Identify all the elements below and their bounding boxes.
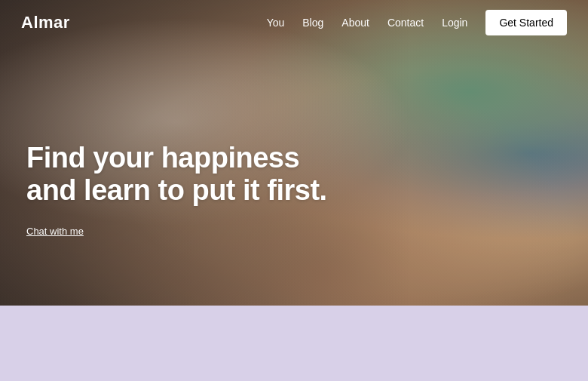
hero-headline-line2: and learn to put it first. (26, 174, 327, 206)
nav-link-contact[interactable]: Contact (387, 17, 424, 29)
hero-headline: Find your happiness and learn to put it … (26, 142, 588, 207)
nav-link-blog[interactable]: Blog (302, 17, 323, 29)
brand-logo[interactable]: Almar (21, 13, 70, 32)
nav-link-about[interactable]: About (341, 17, 369, 29)
get-started-button[interactable]: Get Started (485, 10, 567, 35)
nav-links: You Blog About Contact Login Get Started (267, 10, 567, 35)
nav-link-login[interactable]: Login (442, 17, 467, 29)
chat-with-me-link[interactable]: Chat with me (26, 226, 84, 237)
hero-content: Find your happiness and learn to put it … (26, 142, 588, 238)
hero-section: Almar You Blog About Contact Login Get S… (0, 0, 588, 306)
hero-cta: Chat with me (26, 224, 588, 238)
nav-link-you[interactable]: You (267, 17, 285, 29)
navbar: Almar You Blog About Contact Login Get S… (0, 0, 588, 45)
hero-headline-line1: Find your happiness (26, 142, 299, 174)
below-hero-section (0, 306, 588, 381)
